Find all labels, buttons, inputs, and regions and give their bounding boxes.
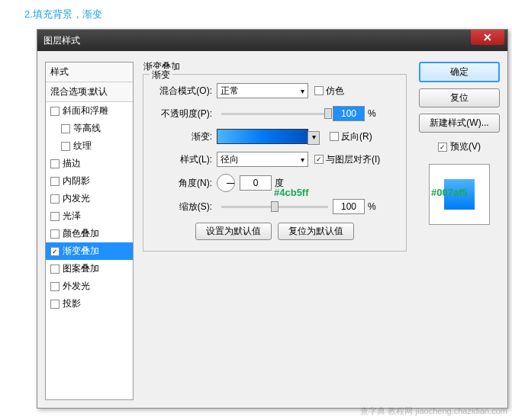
angle-input[interactable]: 0 — [240, 175, 272, 191]
style-item-2[interactable]: 纹理 — [46, 137, 133, 155]
styles-list: 样式 混合选项:默认 斜面和浮雕等高线纹理描边内阴影内发光光泽颜色叠加渐变叠加图… — [45, 62, 134, 400]
opacity-input[interactable]: 100 — [333, 106, 365, 121]
cancel-button[interactable]: 复位 — [419, 88, 500, 107]
checkbox-icon — [50, 194, 60, 204]
style-item-label: 描边 — [63, 157, 81, 170]
checkbox-icon — [50, 107, 60, 116]
checkbox-icon — [50, 282, 60, 291]
ok-button[interactable]: 确定 — [419, 62, 500, 82]
style-value: 径向 — [221, 153, 239, 166]
preview-label: 预览(V) — [450, 140, 481, 153]
checkbox-icon — [330, 132, 339, 141]
scale-input[interactable]: 100 — [333, 199, 365, 214]
dither-label: 仿色 — [326, 85, 344, 98]
blend-mode-label: 混合模式(O): — [151, 85, 217, 98]
layer-style-dialog: 图层样式 ✕ 样式 混合选项:默认 斜面和浮雕等高线纹理描边内阴影内发光光泽颜色… — [37, 29, 508, 409]
checkbox-icon — [61, 124, 70, 133]
close-button[interactable]: ✕ — [471, 30, 504, 45]
style-item-10[interactable]: 外发光 — [46, 277, 133, 295]
checkbox-icon — [438, 143, 447, 152]
style-item-label: 投影 — [63, 297, 81, 310]
checkbox-icon — [50, 229, 60, 239]
gradient-group: 渐变 混合模式(O): 正常 仿色 不透明度(P): 100 % 渐变: 反向 — [143, 74, 407, 252]
new-style-button[interactable]: 新建样式(W)... — [419, 114, 500, 133]
opacity-slider[interactable] — [221, 113, 328, 115]
inner-title: 渐变 — [150, 69, 172, 82]
style-item-11[interactable]: 投影 — [46, 295, 133, 313]
align-label: 与图层对齐(I) — [326, 153, 380, 166]
gradient-picker[interactable] — [217, 129, 308, 144]
blend-mode-value: 正常 — [221, 85, 239, 98]
styles-header[interactable]: 样式 — [46, 63, 133, 82]
style-item-label: 内阴影 — [63, 175, 90, 188]
checkbox-icon — [314, 155, 324, 164]
style-item-7[interactable]: 颜色叠加 — [46, 225, 133, 242]
hex-annotation-2: #007af5 — [431, 187, 468, 198]
style-item-label: 颜色叠加 — [63, 227, 99, 240]
style-item-label: 光泽 — [63, 210, 81, 223]
slider-thumb-icon — [324, 108, 332, 119]
angle-dial[interactable] — [217, 174, 235, 192]
settings-panel: 渐变叠加 渐变 混合模式(O): 正常 仿色 不透明度(P): 100 % 渐变… — [134, 62, 416, 400]
blend-mode-select[interactable]: 正常 — [217, 83, 308, 98]
style-item-label: 图案叠加 — [63, 262, 99, 275]
style-item-label: 纹理 — [73, 139, 92, 152]
gradient-label: 渐变: — [151, 130, 217, 143]
checkbox-icon — [50, 265, 60, 274]
watermark: 查字典 教程网 jiaocheng.chazidian.com — [360, 406, 507, 417]
blend-options-header[interactable]: 混合选项:默认 — [46, 82, 133, 102]
style-label: 样式(L): — [151, 153, 217, 166]
align-checkbox[interactable]: 与图层对齐(I) — [314, 153, 380, 166]
dither-checkbox[interactable]: 仿色 — [314, 85, 344, 98]
style-item-3[interactable]: 描边 — [46, 155, 133, 172]
dialog-body: 样式 混合选项:默认 斜面和浮雕等高线纹理描边内阴影内发光光泽颜色叠加渐变叠加图… — [37, 51, 507, 408]
style-item-8[interactable]: 渐变叠加 — [46, 242, 133, 260]
reset-default-button[interactable]: 复位为默认值 — [278, 223, 354, 240]
hex-annotation-1: #4cb5ff — [274, 187, 309, 198]
preview-checkbox[interactable]: 预览(V) — [419, 140, 500, 153]
style-item-1[interactable]: 等高线 — [46, 120, 133, 137]
page-caption: 2.填充背景，渐变 — [0, 0, 512, 21]
checkbox-icon — [50, 300, 60, 309]
make-default-button[interactable]: 设置为默认值 — [195, 223, 272, 240]
style-item-5[interactable]: 内发光 — [46, 190, 133, 207]
right-buttons: 确定 复位 新建样式(W)... 预览(V) — [416, 62, 500, 400]
style-item-label: 渐变叠加 — [63, 245, 99, 258]
checkbox-icon — [50, 212, 60, 221]
style-item-9[interactable]: 图案叠加 — [46, 260, 133, 277]
scale-unit: % — [368, 201, 376, 212]
style-item-label: 内发光 — [63, 192, 90, 205]
reverse-label: 反向(R) — [341, 130, 372, 143]
titlebar: 图层样式 ✕ — [37, 30, 507, 51]
checkbox-icon — [61, 142, 70, 151]
slider-thumb-icon — [271, 201, 279, 212]
style-item-label: 斜面和浮雕 — [63, 104, 108, 117]
angle-label: 角度(N): — [151, 177, 217, 190]
checkbox-icon — [314, 86, 324, 95]
style-select[interactable]: 径向 — [217, 152, 308, 167]
opacity-unit: % — [368, 108, 376, 119]
style-item-6[interactable]: 光泽 — [46, 207, 133, 225]
style-item-label: 外发光 — [63, 280, 90, 293]
style-item-4[interactable]: 内阴影 — [46, 172, 133, 190]
checkbox-icon — [50, 247, 60, 256]
reverse-checkbox[interactable]: 反向(R) — [330, 130, 372, 143]
style-item-label: 等高线 — [73, 122, 101, 135]
checkbox-icon — [50, 159, 60, 168]
scale-slider[interactable] — [221, 206, 328, 208]
scale-label: 缩放(S): — [151, 200, 217, 213]
opacity-label: 不透明度(P): — [151, 107, 217, 120]
checkbox-icon — [50, 177, 60, 186]
style-item-0[interactable]: 斜面和浮雕 — [46, 102, 133, 120]
dialog-title: 图层样式 — [43, 34, 80, 47]
